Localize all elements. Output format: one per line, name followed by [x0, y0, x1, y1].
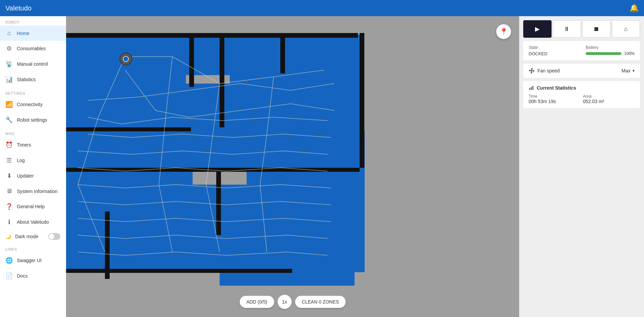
svg-rect-17	[360, 33, 364, 168]
state-value: DOCKED	[529, 51, 578, 56]
sidebar-item-log-label: Log	[17, 158, 25, 163]
map-pin-button[interactable]: 📍	[496, 24, 511, 39]
links-section-label: Links	[0, 243, 66, 253]
multiplier-button[interactable]: 1x	[277, 295, 291, 309]
sidebar-item-general-help-label: General Help	[17, 204, 45, 209]
pause-button[interactable]: ⏸	[553, 20, 581, 38]
area-stat: Area 052.03 m²	[583, 94, 635, 104]
time-label: Time	[529, 94, 580, 99]
robot-section-label: Robot	[0, 16, 66, 26]
sidebar-item-docs[interactable]: 📄 Docs	[0, 268, 66, 284]
sidebar-item-home[interactable]: ⌂ Home	[0, 26, 66, 41]
sidebar-item-system-information-label: System Information	[17, 189, 58, 194]
svg-point-25	[123, 56, 129, 62]
robot-settings-icon: 🔧	[5, 116, 13, 124]
fan-icon	[529, 68, 535, 74]
svg-rect-18	[66, 127, 191, 131]
sidebar-item-statistics-label: Statistics	[17, 77, 36, 82]
sidebar-item-swagger-ui[interactable]: 🌐 Swagger UI	[0, 253, 66, 268]
fan-speed-card: Fan speed Max ▾	[523, 64, 640, 78]
sidebar-item-home-label: Home	[17, 31, 29, 36]
svg-rect-19	[66, 168, 360, 172]
dark-mode-toggle[interactable]	[48, 233, 60, 240]
battery-column: Battery 100%	[586, 45, 635, 56]
state-label: State	[529, 45, 578, 50]
sidebar-item-docs-label: Docs	[17, 273, 28, 279]
map-bottom-controls: ADD (0/5) 1x CLEAN 0 ZONES	[240, 295, 346, 309]
battery-label: Battery	[586, 45, 635, 50]
svg-rect-16	[280, 33, 285, 73]
svg-rect-27	[529, 88, 530, 90]
swagger-icon: 🌐	[5, 257, 13, 264]
svg-rect-29	[532, 86, 533, 90]
sidebar-item-about-valetudo[interactable]: ℹ About Valetudo	[0, 214, 66, 230]
sidebar-item-statistics[interactable]: 📊 Statistics	[0, 72, 66, 87]
general-help-icon: ❓	[5, 203, 13, 210]
app-title: Valetudo	[5, 4, 31, 12]
fan-speed-select[interactable]: Max ▾	[622, 68, 635, 73]
bar-chart-icon	[529, 85, 534, 91]
log-icon: ☰	[5, 157, 13, 164]
battery-fill	[586, 52, 621, 55]
stop-button[interactable]: ⏹	[582, 20, 611, 38]
manual-control-icon: 📡	[5, 60, 13, 68]
svg-rect-11	[220, 225, 355, 286]
state-battery-card: State DOCKED Battery 100%	[523, 41, 640, 60]
play-button[interactable]: ▶	[523, 20, 552, 38]
home-icon: ⌂	[5, 30, 13, 37]
state-column: State DOCKED	[529, 45, 578, 56]
statistics-icon: 📊	[5, 76, 13, 83]
clean-zones-button[interactable]: CLEAN 0 ZONES	[295, 296, 345, 308]
stats-title: Current Statistics	[537, 85, 576, 91]
right-panel: ▶ ⏸ ⏹ ⌂ State DOCKED Battery	[519, 16, 644, 317]
connectivity-icon: 📶	[5, 101, 13, 108]
sidebar: Robot ⌂ Home ⚙ Consumables 📡 Manual cont…	[0, 16, 66, 317]
consumables-icon: ⚙	[5, 45, 13, 52]
settings-section-label: Settings	[0, 87, 66, 97]
sidebar-item-manual-control[interactable]: 📡 Manual control	[0, 56, 66, 72]
sidebar-item-updater[interactable]: ⬇ Updater	[0, 168, 66, 184]
sidebar-item-about-valetudo-label: About Valetudo	[17, 219, 49, 225]
area-label: Area	[583, 94, 635, 99]
svg-rect-21	[216, 168, 221, 235]
add-zones-button[interactable]: ADD (0/5)	[240, 296, 274, 308]
sidebar-item-consumables[interactable]: ⚙ Consumables	[0, 41, 66, 56]
fan-speed-label-group: Fan speed	[529, 68, 560, 74]
sidebar-item-manual-control-label: Manual control	[17, 61, 48, 67]
sidebar-item-system-information[interactable]: 🖥 System Information	[0, 184, 66, 199]
sidebar-item-general-help[interactable]: ❓ General Help	[0, 199, 66, 214]
chevron-down-icon: ▾	[633, 68, 635, 73]
stats-header: Current Statistics	[529, 85, 635, 91]
svg-rect-28	[531, 87, 532, 90]
sidebar-item-timers[interactable]: ⏰ Timers	[0, 137, 66, 153]
sidebar-item-robot-settings[interactable]: 🔧 Robot settings	[0, 112, 66, 128]
area-value: 052.03 m²	[583, 99, 635, 104]
svg-rect-12	[66, 33, 358, 38]
system-info-icon: 🖥	[5, 188, 13, 195]
sidebar-item-connectivity[interactable]: 📶 Connectivity	[0, 97, 66, 112]
battery-bar	[586, 52, 621, 55]
battery-bar-wrap: 100%	[586, 51, 635, 56]
svg-rect-22	[66, 269, 292, 273]
map-svg: L	[66, 16, 519, 317]
docs-icon: 📄	[5, 272, 13, 280]
sidebar-item-log[interactable]: ☰ Log	[0, 153, 66, 168]
about-icon: ℹ	[5, 218, 13, 226]
misc-section-label: Misc	[0, 128, 66, 137]
sidebar-item-consumables-label: Consumables	[17, 46, 46, 51]
fan-speed-text: Fan speed	[537, 68, 560, 73]
home-button[interactable]: ⌂	[612, 20, 640, 38]
svg-point-26	[531, 70, 532, 71]
timers-icon: ⏰	[5, 141, 13, 149]
home-return-icon: ⌂	[624, 26, 628, 33]
notification-bell-icon[interactable]: 🔔	[629, 4, 639, 12]
dark-mode-icon: 🌙	[5, 234, 11, 239]
map-area[interactable]: L 📍 ADD (0/5) 1x CLEAN 0 ZONES	[66, 16, 519, 317]
topbar: Valetudo 🔔	[0, 0, 644, 16]
dark-mode-row: 🌙 Dark mode	[0, 230, 66, 243]
stop-icon: ⏹	[593, 26, 599, 33]
battery-percent: 100%	[624, 51, 635, 56]
current-statistics-card: Current Statistics Time 00h 53m 19s Area…	[523, 81, 640, 108]
sidebar-item-robot-settings-label: Robot settings	[17, 117, 47, 123]
stats-grid: Time 00h 53m 19s Area 052.03 m²	[529, 94, 635, 104]
